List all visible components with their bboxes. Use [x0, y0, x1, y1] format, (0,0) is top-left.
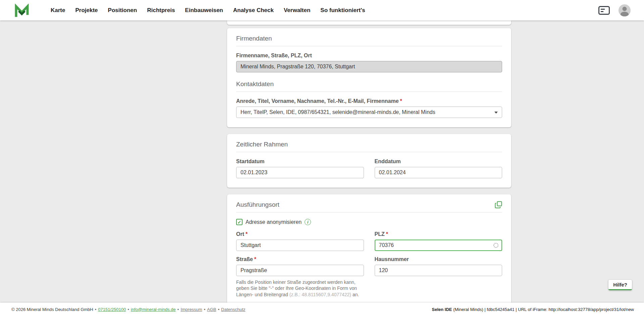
strasse-hint-example: (z.B.: 48.8115607,9.4077422): [289, 292, 351, 297]
hausnummer-input[interactable]: [375, 265, 502, 276]
help-button[interactable]: Hilfe?: [608, 280, 632, 290]
copy-icon[interactable]: [495, 201, 502, 208]
strasse-label-text: Straße: [236, 256, 253, 262]
required-mark: *: [386, 231, 388, 237]
email-link[interactable]: info@mineral-minds.de: [131, 307, 176, 312]
kontaktdaten-title: Kontaktdaten: [236, 80, 274, 88]
top-nav: Karte Projekte Positionen Richtpreis Ein…: [0, 0, 644, 20]
divider: [236, 46, 502, 46]
ausfuehrungsort-title: Ausführungsort: [236, 201, 279, 208]
zeitraum-title: Zeitlicher Rahmen: [236, 141, 288, 148]
hausnummer-label: Hausnummer: [375, 256, 502, 262]
avatar[interactable]: [619, 4, 631, 16]
nav-item-karte[interactable]: Karte: [46, 0, 70, 20]
kontakt-field-label: Anrede, Titel, Vorname, Nachname, Tel.-N…: [236, 98, 502, 104]
impressum-link[interactable]: Impressum: [180, 307, 202, 312]
logo[interactable]: [15, 4, 29, 17]
firmendaten-title: Firmendaten: [236, 35, 272, 42]
nav-item-positionen[interactable]: Positionen: [103, 0, 142, 20]
nav-item-projekte[interactable]: Projekte: [70, 0, 103, 20]
copyright-text: © 2026 Mineral Minds Deutschland GmbH: [11, 307, 93, 312]
separator-dot: •: [218, 307, 220, 312]
env-details: (Mineral Minds) | fdbc54245a41 | URL of …: [452, 307, 634, 312]
kontakt-field-label-text: Anrede, Titel, Vorname, Nachname, Tel.-N…: [236, 98, 399, 104]
chevron-down-icon: [494, 112, 498, 114]
strasse-label: Straße*: [236, 256, 364, 262]
ort-label: Ort*: [236, 231, 364, 237]
footer-right: Selen IDE (Mineral Minds) | fdbc54245a41…: [432, 307, 634, 312]
startdatum-label: Startdatum: [236, 159, 364, 165]
separator-dot: •: [95, 307, 97, 312]
firmendaten-card: Firmendaten Firmenname, Straße, PLZ, Ort…: [227, 28, 511, 127]
separator-dot: •: [204, 307, 206, 312]
anonymize-label: Adresse anonymisieren: [246, 219, 302, 225]
kontakt-select[interactable]: Herr, TitelP, Selen, IDE, 0987/654321, s…: [236, 107, 502, 118]
required-mark: *: [246, 231, 248, 237]
ort-input[interactable]: [236, 240, 364, 251]
enddatum-input[interactable]: [375, 167, 502, 178]
required-mark: *: [254, 256, 256, 262]
nav-item-richtpreis[interactable]: Richtpreis: [142, 0, 180, 20]
divider: [236, 212, 502, 212]
nav-item-verwalten[interactable]: Verwalten: [279, 0, 315, 20]
agb-link[interactable]: AGB: [207, 307, 216, 312]
strasse-input[interactable]: [236, 265, 364, 276]
enddatum-label: Enddatum: [375, 159, 502, 165]
required-mark: *: [400, 98, 402, 104]
kontakt-select-value: Herr, TitelP, Selen, IDE, 0987/654321, s…: [240, 109, 435, 115]
ausfuehrungsort-card: Ausführungsort ✓ Adresse anonymisieren i…: [227, 194, 511, 307]
ort-label-text: Ort: [236, 231, 244, 237]
nav-item-einbauweisen[interactable]: Einbauweisen: [180, 0, 228, 20]
plz-input[interactable]: [375, 240, 502, 251]
strasse-hint: Falls die Position keiner Straße zugeord…: [236, 279, 364, 298]
separator-dot: •: [127, 307, 129, 312]
nav-item-so-funktionierts[interactable]: So funktioniert's: [315, 0, 370, 20]
footer-left: © 2026 Mineral Minds Deutschland GmbH • …: [11, 307, 246, 312]
zeitraum-card: Zeitlicher Rahmen Startdatum Enddatum: [227, 134, 511, 188]
avatar-head-icon: [623, 7, 627, 11]
main-menu: Karte Projekte Positionen Richtpreis Ein…: [46, 0, 370, 20]
env-name: Selen IDE: [432, 307, 452, 312]
firmendaten-readonly-input[interactable]: [236, 61, 502, 72]
nav-item-analyse-check[interactable]: Analyse Check: [228, 0, 279, 20]
firmendaten-field-label: Firmenname, Straße, PLZ, Ort: [236, 53, 502, 59]
datenschutz-link[interactable]: Datenschutz: [221, 307, 245, 312]
phone-link[interactable]: 07151/250100: [98, 307, 126, 312]
avatar-body-icon: [621, 12, 629, 16]
plz-label: PLZ*: [375, 231, 502, 237]
info-icon[interactable]: i: [305, 219, 311, 225]
plz-label-text: PLZ: [375, 231, 385, 237]
divider: [236, 91, 502, 92]
loading-spinner-icon: [493, 243, 498, 248]
startdatum-input[interactable]: [236, 167, 364, 178]
divider: [236, 152, 502, 152]
anonymize-checkbox[interactable]: ✓: [236, 219, 243, 225]
previous-card-partial: [227, 20, 511, 25]
server-icon[interactable]: [598, 6, 610, 15]
form-column: Firmendaten Firmenname, Straße, PLZ, Ort…: [227, 20, 511, 316]
footer: © 2026 Mineral Minds Deutschland GmbH • …: [0, 303, 644, 316]
strasse-hint-suffix: an.: [351, 292, 359, 297]
separator-dot: •: [177, 307, 179, 312]
